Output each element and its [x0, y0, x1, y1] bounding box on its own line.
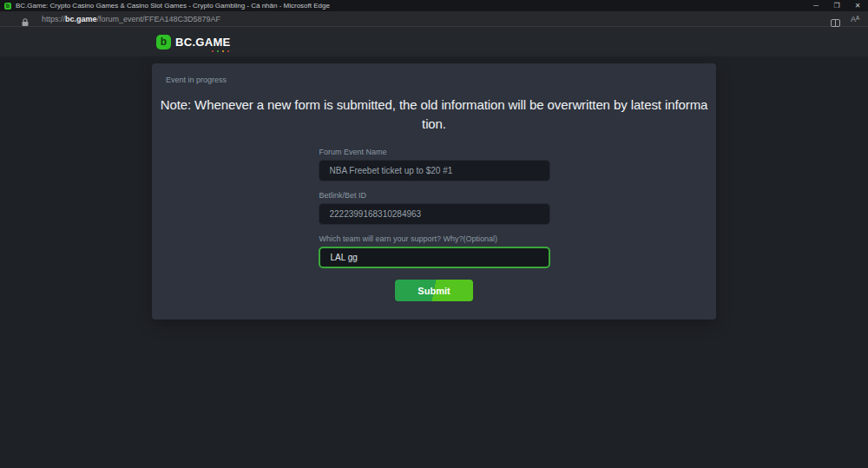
- bcgame-logo-icon[interactable]: b: [156, 35, 171, 49]
- betlink-input[interactable]: [319, 203, 550, 225]
- event-status-label: Event in progress: [152, 63, 716, 84]
- forum-event-name-input[interactable]: [319, 160, 550, 181]
- window-title: BC.Game: Crypto Casino Games & Casino Sl…: [16, 2, 330, 10]
- betlink-field: Betlink/Bet ID: [319, 191, 550, 225]
- lock-icon[interactable]: [21, 15, 30, 23]
- restore-icon[interactable]: ❐: [826, 0, 847, 11]
- team-support-input[interactable]: [319, 247, 550, 268]
- form-note-line1: Note: Whenever a new form is submitted, …: [152, 96, 716, 115]
- site-favicon-icon: b: [4, 3, 11, 10]
- url-text[interactable]: https://bc.game/forum_event/FFEA148C3D58…: [42, 15, 220, 23]
- split-screen-icon[interactable]: [831, 15, 840, 23]
- page-body: Event in progress Note: Whenever a new f…: [0, 63, 868, 468]
- team-support-field: Which team will earn your support? Why?(…: [319, 234, 550, 268]
- christmas-lights-icon: [212, 50, 229, 52]
- forum-event-name-field: Forum Event Name: [319, 148, 550, 181]
- text-size-icon[interactable]: Aᴬ: [851, 15, 859, 23]
- window-controls: ─ ❐ ✕: [806, 0, 868, 11]
- address-bar: https://bc.game/forum_event/FFEA148C3D58…: [0, 11, 868, 27]
- form-note-line2: tion.: [152, 115, 716, 134]
- site-header: b BC.GAME: [0, 27, 868, 56]
- betlink-label: Betlink/Bet ID: [319, 191, 550, 200]
- bcgame-logo-text[interactable]: BC.GAME: [175, 36, 231, 49]
- event-form-card: Event in progress Note: Whenever a new f…: [152, 63, 716, 320]
- team-support-label: Which team will earn your support? Why?(…: [319, 234, 550, 243]
- window-titlebar: b BC.Game: Crypto Casino Games & Casino …: [0, 0, 868, 11]
- url-domain: bc.game: [65, 15, 97, 23]
- url-path: /forum_event/FFEA148C3D5879AF: [97, 15, 221, 23]
- event-form: Forum Event Name Betlink/Bet ID Which te…: [319, 148, 550, 268]
- minimize-icon[interactable]: ─: [806, 0, 826, 11]
- close-icon[interactable]: ✕: [847, 0, 868, 11]
- form-note: Note: Whenever a new form is submitted, …: [152, 96, 716, 134]
- forum-event-name-label: Forum Event Name: [319, 148, 550, 156]
- url-scheme: https://: [42, 15, 65, 23]
- submit-button[interactable]: Submit: [395, 280, 473, 301]
